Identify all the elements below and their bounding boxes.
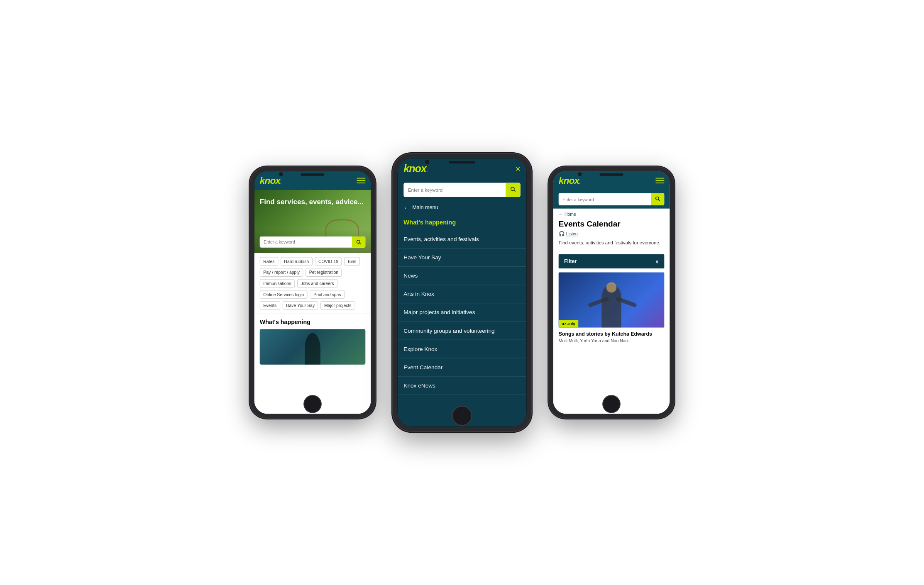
event-image-card[interactable]: 07 July [559, 272, 665, 327]
phone-speaker-2 [449, 161, 475, 163]
phone-speaker-3 [600, 173, 623, 176]
page-title: Events Calendar [559, 219, 665, 229]
breadcrumb-home-link[interactable]: Home [565, 212, 576, 216]
page-description: Find events, activities and festivals fo… [559, 240, 665, 246]
event-date-badge: 07 July [559, 320, 578, 327]
filter-label: Filter [564, 258, 577, 264]
event-card-title[interactable]: Songs and stories by Kutcha Edwards [559, 331, 665, 336]
events-search-button[interactable] [651, 193, 664, 205]
events-search-icon [655, 196, 660, 201]
menu-logo-dot: : [426, 168, 428, 173]
whats-happening-title: What's happening [260, 319, 366, 325]
svg-line-3 [514, 190, 515, 191]
listen-bar: 🎧 Listen [559, 231, 665, 236]
events-logo: knox : [559, 175, 581, 186]
hero-text: Find services, events, advice... [260, 198, 364, 207]
tag-jobs[interactable]: Jobs and careers [297, 279, 337, 288]
breadcrumb-bar: ← Home [553, 209, 670, 220]
performer-arm-left [588, 296, 609, 307]
menu-item-news[interactable]: News [398, 267, 527, 285]
active-menu-item: What's happening [398, 214, 527, 230]
svg-point-4 [656, 197, 659, 200]
logo: knox : [260, 175, 282, 186]
tag-pet-reg[interactable]: Pet registration [306, 268, 342, 277]
phone-speaker [301, 173, 325, 176]
hero-search-input[interactable] [260, 237, 352, 247]
menu-search-bar [403, 183, 520, 197]
event-card[interactable] [260, 329, 366, 365]
phone-home-button-2[interactable] [452, 406, 472, 426]
tag-bins[interactable]: Bins [344, 257, 359, 266]
close-menu-icon[interactable]: × [515, 164, 520, 174]
tags-section: Rates Hard rubbish COVID-19 Bins Pay / r… [254, 253, 371, 314]
menu-item-knox-enews[interactable]: Knox eNews [398, 377, 527, 395]
performer-arm-right [615, 296, 637, 307]
logo-dot: : [280, 180, 281, 184]
menu-item-community-groups[interactable]: Community groups and volunteering [398, 322, 527, 340]
hero-search-bar[interactable] [260, 236, 366, 248]
tag-covid[interactable]: COVID-19 [315, 257, 342, 266]
hero-section: Find services, events, advice... [254, 190, 371, 253]
tag-rates[interactable]: Rates [260, 257, 278, 266]
hero-title: Find services, events, advice... [260, 198, 364, 207]
events-logo-knox: knox [559, 175, 579, 186]
phones-container: knox : Find services, events, advice... [246, 160, 678, 425]
events-search-input[interactable] [559, 194, 651, 205]
tag-have-your-say[interactable]: Have Your Say [282, 301, 318, 310]
phone-camera-2 [425, 160, 430, 164]
hamburger-menu-icon[interactable] [357, 178, 365, 183]
phone-events: knox : [548, 166, 675, 419]
svg-line-5 [658, 200, 660, 201]
tag-events[interactable]: Events [260, 301, 280, 310]
breadcrumb-arrow-icon: ← [559, 212, 563, 216]
tag-hard-rubbish[interactable]: Hard rubbish [281, 257, 313, 266]
phone-camera-3 [578, 172, 582, 176]
menu-logo: knox : [403, 163, 428, 175]
phone-camera [279, 172, 283, 176]
phone-home-button-3[interactable] [602, 395, 621, 413]
filter-chevron-icon: ∧ [655, 258, 659, 264]
tag-online-services[interactable]: Online Services login [260, 290, 308, 299]
search-icon [356, 239, 362, 245]
menu-item-event-calendar[interactable]: Event Calendar [398, 358, 527, 377]
event-image: 07 July [559, 272, 665, 327]
menu-list: Events, activities and festivals Have Yo… [398, 230, 527, 427]
tag-major-projects[interactable]: Major projects [320, 301, 355, 310]
phone-menu: knox : × [392, 153, 532, 432]
logo-knox: knox [260, 175, 280, 186]
events-search-inner [559, 193, 665, 205]
filter-bar[interactable]: Filter ∧ [559, 254, 665, 268]
page-content: Events Calendar 🎧 Listen Find events, ac… [553, 219, 670, 254]
phone-home: knox : Find services, events, advice... [249, 166, 376, 419]
events-logo-dot: : [579, 180, 580, 184]
back-nav-label: Main menu [412, 205, 438, 211]
back-nav[interactable]: ← Main menu [398, 200, 527, 214]
listen-link[interactable]: Listen [566, 232, 578, 236]
tag-pool-spas[interactable]: Pool and spas [310, 290, 345, 299]
menu-item-arts-in-knox[interactable]: Arts in Knox [398, 285, 527, 303]
tag-pay-report[interactable]: Pay / report / apply [260, 268, 303, 277]
menu-search-icon [510, 186, 516, 193]
svg-point-2 [511, 187, 514, 190]
events-hamburger-icon[interactable] [655, 178, 664, 183]
menu-item-events-activities[interactable]: Events, activities and festivals [398, 230, 527, 249]
tag-immunisations[interactable]: Immunisations [260, 279, 295, 288]
menu-item-major-projects[interactable]: Major projects and initiatives [398, 303, 527, 322]
menu-search-container [398, 179, 527, 200]
menu-search-button[interactable] [506, 183, 521, 197]
listen-icon: 🎧 [559, 231, 565, 236]
svg-line-1 [359, 243, 361, 244]
back-arrow-icon: ← [403, 204, 410, 211]
menu-logo-knox: knox [403, 163, 426, 175]
menu-item-have-your-say[interactable]: Have Your Say [398, 249, 527, 267]
menu-search-input[interactable] [403, 184, 506, 196]
menu-item-explore-knox[interactable]: Explore Knox [398, 340, 527, 358]
hero-search-button[interactable] [352, 236, 365, 248]
phone-home-button[interactable] [303, 395, 322, 413]
events-search-container [553, 190, 670, 209]
svg-point-0 [357, 240, 360, 243]
event-card-subtitle: Mulli Mulli, Yorta Yorta and Nari Nari..… [559, 338, 665, 343]
